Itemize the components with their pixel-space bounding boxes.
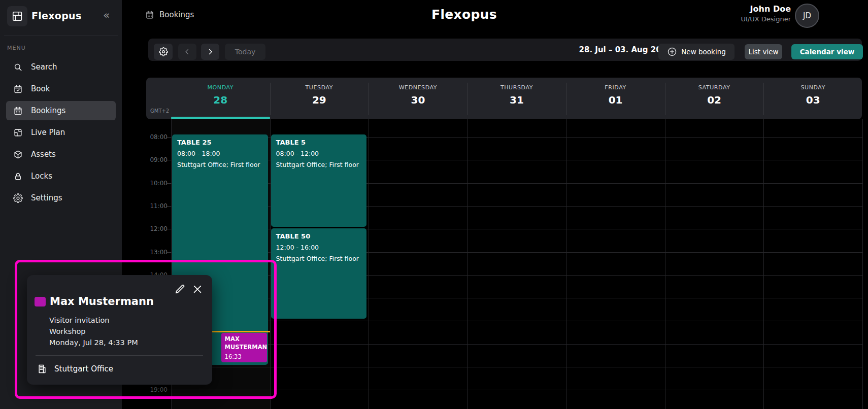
sidebar-item-label: Search — [31, 62, 57, 72]
search-icon — [13, 62, 23, 72]
hour-tick — [167, 137, 171, 138]
close-icon[interactable] — [192, 284, 203, 295]
brand-title: Flexopus — [31, 10, 82, 21]
popup-details: Visitor invitation Workshop Monday, Jul … — [49, 315, 138, 348]
calendar-event-table-50[interactable]: TABLE 5012:00 - 16:00Stuttgart Office; F… — [271, 228, 367, 319]
sidebar-item-search[interactable]: Search — [6, 57, 116, 77]
previous-week-button[interactable] — [178, 44, 196, 60]
calendar-grid[interactable]: 08:0009:0010:0011:0012:0013:0014:0015:00… — [146, 119, 868, 409]
today-button[interactable]: Today — [225, 44, 265, 60]
divider — [369, 83, 369, 115]
day-number: 01 — [566, 94, 665, 106]
day-header-friday: FRIDAY01 — [566, 78, 665, 119]
list-view-button[interactable]: List view — [745, 44, 782, 59]
divider — [36, 355, 203, 356]
avatar[interactable]: JD — [795, 4, 819, 28]
day-header-tuesday: TUESDAY29 — [270, 78, 369, 119]
locks-icon — [13, 172, 23, 181]
grid-line — [862, 119, 863, 409]
grid-line — [171, 390, 862, 390]
flexopus-logo-icon — [12, 11, 23, 22]
user-name: John Doe — [741, 4, 791, 14]
hour-tick — [167, 390, 171, 390]
grid-line — [171, 344, 862, 345]
day-name: THURSDAY — [468, 84, 566, 91]
today-underline — [171, 117, 270, 119]
day-number: 29 — [270, 94, 369, 106]
time-label: 13:00 — [146, 249, 168, 256]
time-label: 19:00 — [146, 386, 168, 393]
edit-pencil-icon[interactable] — [175, 284, 186, 295]
day-name: TUESDAY — [270, 84, 369, 91]
breadcrumb[interactable]: Bookings — [145, 10, 194, 19]
popup-title: Max Mustermann — [50, 295, 154, 308]
app-logo[interactable] — [7, 6, 27, 26]
sidebar-item-book[interactable]: Book — [6, 79, 116, 98]
divider — [4, 36, 118, 36]
grid-line — [171, 321, 862, 321]
calendar-event-max-mustermann[interactable]: MAX MUSTERMANN16:33 — [221, 333, 267, 362]
grid-line — [270, 119, 271, 409]
next-week-button[interactable] — [201, 44, 219, 60]
event-location: Stuttgart Office; First floor — [276, 255, 362, 262]
avatar-initials: JD — [803, 11, 811, 20]
divider — [270, 83, 271, 115]
grid-line — [665, 119, 665, 409]
sidebar-collapse-icon[interactable]: « — [103, 9, 110, 21]
new-booking-label: New booking — [681, 48, 726, 56]
hour-tick — [167, 183, 171, 184]
divider — [763, 83, 764, 115]
bookings-icon — [13, 106, 23, 116]
sidebar-item-label: Settings — [31, 193, 62, 202]
event-color-swatch — [35, 297, 46, 306]
user-menu[interactable]: John Doe UI/UX Designer — [741, 4, 791, 23]
event-title: MAX MUSTERMANN — [225, 335, 263, 351]
divider — [566, 83, 566, 115]
day-header-saturday: SATURDAY02 — [665, 78, 764, 119]
calendar-icon — [145, 10, 154, 19]
sidebar-menu: SearchBookBookingsLive PlanAssetsLocksSe… — [0, 55, 122, 210]
new-booking-button[interactable]: New booking — [658, 44, 735, 60]
event-location: Stuttgart Office; First floor — [177, 161, 263, 168]
grid-line — [171, 367, 862, 367]
calendar-event-table-5[interactable]: TABLE 508:00 - 12:00Stuttgart Office; Fi… — [271, 134, 367, 227]
menu-section-label: MENU — [7, 45, 26, 51]
hour-tick — [167, 252, 171, 253]
day-name: SATURDAY — [665, 84, 764, 91]
event-location: Stuttgart Office; First floor — [276, 161, 362, 168]
sidebar-item-assets[interactable]: Assets — [6, 145, 116, 164]
event-title: TABLE 5 — [276, 139, 362, 146]
event-time: 12:00 - 16:00 — [276, 244, 362, 251]
day-number: 31 — [468, 94, 566, 106]
time-label: 10:00 — [146, 180, 168, 187]
time-label: 12:00 — [146, 225, 168, 232]
hour-tick — [167, 206, 171, 207]
event-time: 16:33 — [225, 353, 263, 360]
sidebar-item-bookings[interactable]: Bookings — [6, 101, 116, 120]
plus-circle-icon — [667, 47, 677, 57]
sidebar-item-settings[interactable]: Settings — [6, 188, 116, 208]
sidebar-item-live-plan[interactable]: Live Plan — [6, 123, 116, 142]
event-title: TABLE 50 — [276, 232, 362, 240]
sidebar-item-locks[interactable]: Locks — [6, 166, 116, 186]
day-header-sunday: SUNDAY03 — [763, 78, 862, 119]
day-number: 30 — [369, 94, 468, 106]
day-name: FRIDAY — [566, 84, 665, 91]
calendar-view-button[interactable]: Calendar view — [791, 44, 863, 59]
grid-line — [369, 119, 369, 409]
divider — [468, 83, 468, 115]
event-time: 08:00 - 12:00 — [276, 150, 362, 157]
event-time: 08:00 - 18:00 — [177, 150, 263, 157]
book-icon — [13, 84, 23, 94]
grid-line — [763, 119, 764, 409]
gear-icon — [159, 47, 168, 56]
divider — [665, 83, 665, 115]
day-number: 28 — [171, 94, 270, 106]
hour-tick — [167, 160, 171, 160]
day-number: 03 — [763, 94, 862, 106]
sidebar-item-label: Bookings — [31, 106, 65, 115]
assets-icon — [13, 150, 23, 159]
grid-line — [566, 119, 566, 409]
calendar-settings-button[interactable] — [154, 44, 173, 60]
app-window: Flexopus « MENU SearchBookBookingsLive P… — [0, 0, 868, 409]
